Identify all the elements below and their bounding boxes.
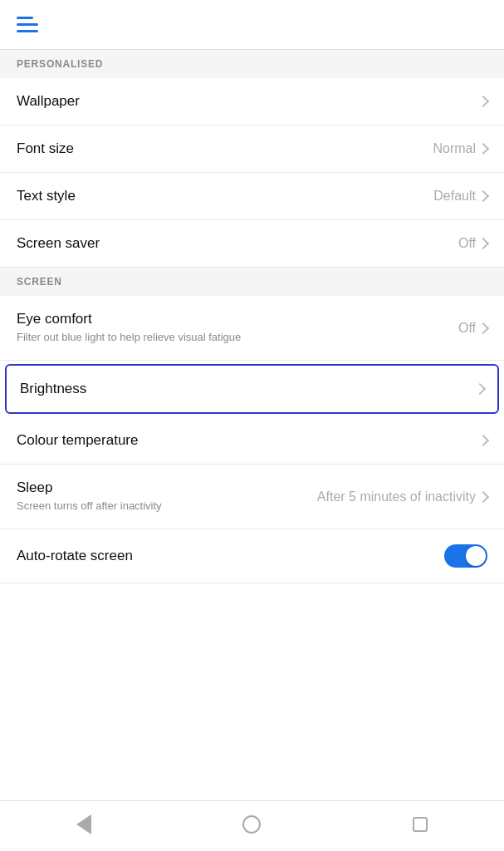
settings-list: PERSONALISEDWallpaperFont sizeNormalText… bbox=[0, 50, 504, 583]
setting-row-screen-saver[interactable]: Screen saverOff bbox=[0, 220, 504, 268]
setting-row-auto-rotate[interactable]: Auto-rotate screen bbox=[0, 529, 504, 583]
row-label-auto-rotate: Auto-rotate screen bbox=[17, 548, 133, 564]
row-right-wallpaper bbox=[479, 97, 487, 106]
row-label-sleep: Sleep bbox=[17, 480, 162, 496]
setting-row-font-size[interactable]: Font sizeNormal bbox=[0, 125, 504, 173]
recents-icon bbox=[413, 817, 428, 832]
recents-button[interactable] bbox=[409, 813, 432, 836]
row-left-screen-saver: Screen saver bbox=[17, 235, 100, 252]
chevron-icon-screen-saver bbox=[477, 238, 489, 249]
row-label-eye-comfort: Eye comfort bbox=[17, 311, 241, 327]
row-right-font-size: Normal bbox=[433, 141, 487, 156]
row-left-text-style: Text style bbox=[17, 188, 76, 204]
row-right-auto-rotate bbox=[444, 544, 487, 568]
row-value-sleep: After 5 minutes of inactivity bbox=[317, 489, 476, 504]
hamburger-icon[interactable] bbox=[17, 17, 38, 32]
chevron-icon-colour-temperature bbox=[477, 435, 489, 446]
section-header-personalised: PERSONALISED bbox=[0, 50, 504, 78]
row-sublabel-sleep: Screen turns off after inactivity bbox=[17, 499, 162, 514]
row-left-auto-rotate: Auto-rotate screen bbox=[17, 548, 133, 564]
bottom-nav bbox=[0, 800, 504, 851]
row-value-screen-saver: Off bbox=[458, 236, 476, 251]
row-right-sleep: After 5 minutes of inactivity bbox=[317, 489, 487, 504]
row-left-eye-comfort: Eye comfortFilter out blue light to help… bbox=[17, 311, 241, 345]
row-right-brightness bbox=[476, 385, 484, 393]
home-icon bbox=[242, 815, 261, 834]
row-sublabel-eye-comfort: Filter out blue light to help relieve vi… bbox=[17, 330, 241, 345]
chevron-icon-wallpaper bbox=[477, 96, 489, 107]
setting-row-eye-comfort[interactable]: Eye comfortFilter out blue light to help… bbox=[0, 296, 504, 361]
setting-row-brightness[interactable]: Brightness bbox=[5, 364, 499, 414]
section-header-screen: SCREEN bbox=[0, 268, 504, 296]
back-icon bbox=[76, 814, 91, 834]
setting-row-text-style[interactable]: Text styleDefault bbox=[0, 173, 504, 220]
chevron-icon-sleep bbox=[477, 491, 489, 503]
chevron-icon-brightness bbox=[474, 383, 486, 395]
back-button[interactable] bbox=[72, 813, 95, 836]
row-left-wallpaper: Wallpaper bbox=[17, 93, 80, 110]
row-value-font-size: Normal bbox=[433, 141, 476, 156]
row-label-text-style: Text style bbox=[17, 188, 76, 204]
toggle-thumb-auto-rotate bbox=[466, 546, 486, 566]
row-value-text-style: Default bbox=[433, 189, 476, 204]
row-label-colour-temperature: Colour temperature bbox=[17, 432, 138, 449]
setting-row-colour-temperature[interactable]: Colour temperature bbox=[0, 417, 504, 465]
row-left-colour-temperature: Colour temperature bbox=[17, 432, 138, 449]
row-right-text-style: Default bbox=[433, 189, 487, 204]
row-left-sleep: SleepScreen turns off after inactivity bbox=[17, 480, 162, 514]
chevron-icon-font-size bbox=[477, 143, 489, 155]
row-label-brightness: Brightness bbox=[20, 381, 86, 397]
row-label-font-size: Font size bbox=[17, 140, 74, 157]
row-right-screen-saver: Off bbox=[458, 236, 487, 251]
header bbox=[0, 0, 504, 50]
toggle-auto-rotate[interactable] bbox=[444, 544, 487, 568]
chevron-icon-eye-comfort bbox=[477, 322, 489, 334]
row-label-screen-saver: Screen saver bbox=[17, 235, 100, 252]
setting-row-wallpaper[interactable]: Wallpaper bbox=[0, 78, 504, 125]
row-left-brightness: Brightness bbox=[20, 381, 86, 397]
row-right-eye-comfort: Off bbox=[458, 321, 487, 336]
row-value-eye-comfort: Off bbox=[458, 321, 476, 336]
row-right-colour-temperature bbox=[479, 436, 487, 445]
setting-row-sleep[interactable]: SleepScreen turns off after inactivityAf… bbox=[0, 465, 504, 529]
home-button[interactable] bbox=[240, 813, 263, 836]
row-left-font-size: Font size bbox=[17, 140, 74, 157]
row-label-wallpaper: Wallpaper bbox=[17, 93, 80, 110]
chevron-icon-text-style bbox=[477, 190, 489, 202]
